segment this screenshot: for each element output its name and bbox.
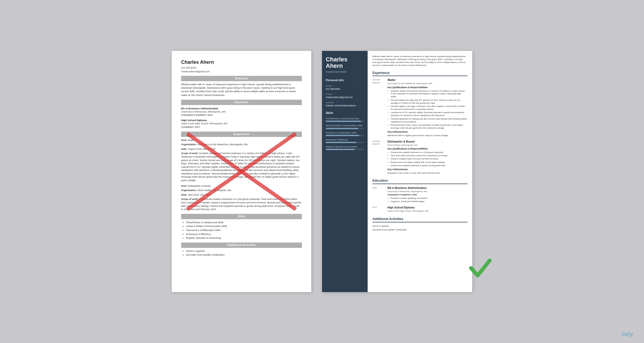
left-education-header: Education: [181, 100, 302, 105]
right-exp-1-company: Jenn Bay's on the Waterfront, Minneapoli…: [387, 82, 467, 85]
left-exp-1-org: Organization: Jenn Bay's on the Waterfro…: [181, 143, 302, 146]
right-main: Efficient waiter with 4+ years of restau…: [368, 51, 472, 292]
left-exp-1-scope: Scope of work: Greeted, seated, and serv…: [181, 152, 302, 182]
right-exp-2-dates: 2015-04 - 2016-07: [372, 140, 385, 175]
left-edu-2-school: Hawk Creek High School, Minneapolis, MN: [181, 122, 302, 125]
left-activity-2: ServSafe Food Handler Certification.: [186, 253, 302, 257]
right-exp-2-company: Stew's Eatery, Minneapolis, MN: [387, 144, 467, 147]
right-exp-2: 2015-04 - 2016-07 Dishwasher & Busser St…: [372, 140, 467, 175]
right-phone: 612-408-9049: [326, 88, 364, 91]
skill-bar-4: Endurance & Efficiency: [326, 138, 364, 143]
right-edu-2: 2017 High School Diploma Hawk Creek High…: [372, 206, 467, 213]
zety-logo: zety: [621, 331, 633, 338]
right-edu-1: 2022 BA in Business Administration Unive…: [372, 186, 467, 204]
right-exp-1-content: Waiter Jenn Bay's on the Waterfront, Min…: [387, 78, 467, 137]
left-summary-header: Summary: [181, 76, 302, 81]
left-email: charleszahern@gmail.com: [181, 70, 302, 73]
right-personal-info-header: Personal Info: [326, 79, 364, 82]
right-exp-1: 2016-08 - 2020-03 Waiter Jenn Bay's on t…: [372, 78, 467, 137]
left-skill-1: Cheerfulness & Interpersonal Skills: [186, 221, 302, 224]
skill-bar-3: Teamwork & Collaboration Skills: [326, 131, 364, 136]
right-edu-2-content: High School Diploma Hawk Creek High Scho…: [387, 206, 429, 213]
left-exp-2-post: Post: Dishwasher & Busser: [181, 184, 302, 188]
right-email-label: E-mail: [326, 93, 364, 96]
right-summary: Efficient waiter with 4+ years of restau…: [372, 55, 467, 67]
right-exp-2-kq-header: Key Qualifications & Responsibilities: [387, 147, 467, 151]
left-edu-2-degree: High School Diploma: [181, 118, 302, 122]
right-edu-2-degree: High School Diploma: [387, 206, 429, 210]
right-resume-wrapper: Charles Ahern Experienced Waiter Persona…: [322, 51, 472, 292]
right-resume: Charles Ahern Experienced Waiter Persona…: [322, 51, 472, 292]
right-edu-2-school: Hawk Creek High School, Minneapolis, MN: [387, 210, 429, 212]
left-phone: 612-408-9049: [181, 66, 302, 70]
left-skill-5: Register Operation & Restocking: [186, 236, 302, 240]
left-resume: Charles Ahern 612-408-9049 charleszahern…: [172, 51, 311, 292]
left-edu-1-completion: Anticipated Completion: 2022: [181, 113, 302, 117]
left-summary-text: Efficient waiter with 4+ years of restau…: [181, 83, 302, 97]
right-edu-1-year: 2022: [372, 186, 385, 204]
left-edu-2-completion: Completion: 2017: [181, 125, 302, 129]
right-sidebar: Charles Ahern Experienced Waiter Persona…: [322, 51, 368, 292]
right-edu-1-degree: BA in Business Administration: [387, 186, 428, 190]
right-exp-1-title: Waiter: [387, 78, 467, 82]
left-exp-2: Post: Dishwasher & Busser Organization: …: [181, 184, 302, 211]
left-skill-3: Teamwork & Collaboration Skills: [186, 229, 302, 232]
left-experience-header: Experience: [181, 132, 302, 137]
right-skills-header: Skills: [326, 111, 364, 115]
left-activities-header: Additional Activities: [181, 243, 302, 248]
right-phone-label: Phone: [326, 84, 364, 87]
right-edu-1-content: BA in Business Administration University…: [387, 186, 428, 204]
right-title: Experienced Waiter: [326, 70, 364, 74]
right-exp-1-ka-text: Maintained 96% or higher guest service r…: [387, 134, 467, 137]
left-skill-2: Verbal & Written Communication Skills: [186, 225, 302, 228]
right-exp-1-kq-header: Key Qualifications & Responsibilities: [387, 86, 467, 89]
right-skill-bars: Cheerfulness & Interpersonal Skills Verb…: [326, 117, 364, 150]
left-edu-1-degree: BA in Business Administration: [181, 107, 302, 110]
left-name: Charles Ahern: [181, 59, 302, 66]
left-exp-2-org: Organization: Stew's Eatery, Minneapolis…: [181, 189, 302, 192]
skill-bar-1: Cheerfulness & Interpersonal Skills: [326, 117, 364, 122]
right-exp-2-title: Dishwasher & Busser: [387, 140, 467, 144]
right-activities: Fluent in Spanish. ServSafe Food Handler…: [372, 225, 467, 231]
left-skill-4: Endurance & Efficiency: [186, 233, 302, 236]
right-linkedin-label: LinkedIn: [326, 101, 364, 104]
left-skills-list: Cheerfulness & Interpersonal Skills Verb…: [181, 221, 302, 240]
skill-bar-2: Verbal & Written Communication Skills: [326, 124, 364, 129]
right-linkedin: linkedin.com/in/charleszahern: [326, 104, 364, 107]
left-exp-1-post: Post: Waiter: [181, 139, 302, 142]
right-exp-1-ka-header: Key Achievements: [387, 131, 467, 134]
right-exp-2-ka-header: Key Achievements: [387, 168, 467, 171]
left-exp-1: Post: Waiter Organization: Jenn Bay's on…: [181, 139, 302, 182]
right-exp-2-content: Dishwasher & Busser Stew's Eatery, Minne…: [387, 140, 467, 175]
right-edu-1-school: University of Minnesota, Minneapolis, MN: [387, 190, 428, 193]
right-exp-2-ka-text: Employee of the month in June 2015 and F…: [387, 172, 467, 175]
skill-bar-5: Register Operation & Restocking: [326, 145, 364, 150]
right-email: charleszahern@gmail.com: [326, 96, 364, 99]
right-exp-2-bullets: Greeted and seated customers in a 130-gu…: [387, 151, 467, 167]
right-exp-1-bullets: Greeted, seated, and served customers in…: [387, 90, 467, 130]
left-activities-list: Fluent in Spanish. ServSafe Food Handler…: [181, 249, 302, 257]
left-exp-1-date: Date: August 2016–March 2020: [181, 147, 302, 151]
right-edu-1-bullets: Excelled in public speaking coursework. …: [387, 197, 428, 203]
left-exp-2-scope: Scope of work: Greeted and seated custom…: [181, 197, 302, 211]
right-exp-1-dates: 2016-08 - 2020-03: [372, 78, 385, 137]
left-edu-1-school: University of Minnesota, Minneapolis, MN: [181, 110, 302, 114]
left-skills-header: Skills: [181, 214, 302, 219]
right-activities-header: Additional Activities: [372, 217, 467, 222]
right-edu-2-year: 2017: [372, 206, 385, 213]
left-activity-1: Fluent in Spanish.: [186, 249, 302, 253]
right-education-header: Education: [372, 178, 467, 184]
right-name: Charles Ahern: [326, 56, 364, 69]
left-exp-2-date: Date: April 2015–July 2016: [181, 193, 302, 197]
right-experience-header: Experience: [372, 71, 467, 76]
